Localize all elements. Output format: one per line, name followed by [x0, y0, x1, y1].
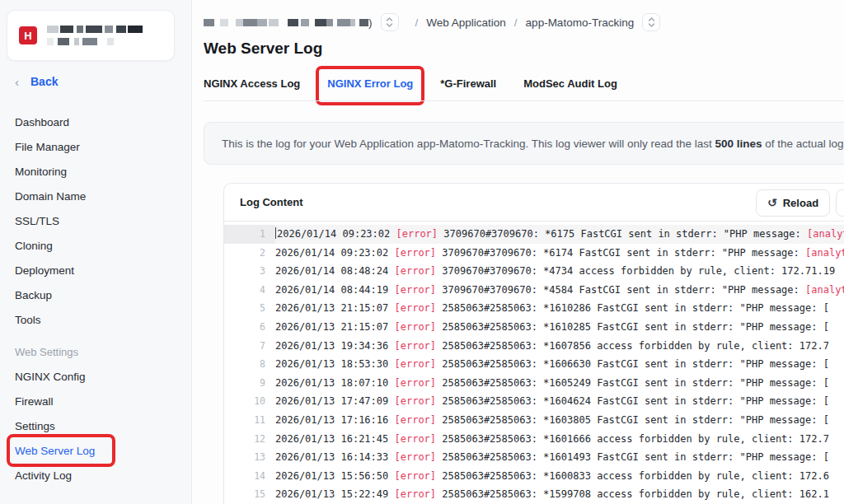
log-line[interactable]: 8 2026/01/13 18:53:30 [error] 2585063#25… — [224, 355, 844, 374]
line-number: 5 — [224, 299, 275, 318]
redacted-block — [315, 19, 326, 26]
line-text: 2026/01/13 17:47:09 [error] 2585063#2585… — [275, 392, 829, 411]
log-line[interactable]: 5 2026/01/13 21:15:07 [error] 2585063#25… — [224, 299, 844, 318]
log-line[interactable]: 4 2026/01/14 08:44:19 [error] 3709670#37… — [224, 281, 844, 300]
line-text: 2026/01/13 16:21:45 [error] 2585063#2585… — [275, 430, 829, 449]
redacted-block — [236, 19, 243, 26]
sidebar-item-tools[interactable]: Tools — [15, 307, 180, 332]
text-caret — [275, 227, 276, 239]
log-line[interactable]: 7 2026/01/13 19:34:36 [error] 2585063#25… — [224, 337, 844, 356]
line-number: 7 — [224, 337, 275, 356]
redacted-text-row — [47, 38, 143, 45]
line-text: 2026/01/14 09:23:02 [error] 3709670#3709… — [275, 225, 844, 244]
line-text: 2026/01/14 09:23:02 [error] 3709670#3709… — [275, 244, 844, 263]
line-number: 13 — [224, 448, 275, 467]
line-text: 2026/01/14 08:48:24 [error] 3709670#3709… — [275, 262, 835, 281]
sidebar-item-file-manager[interactable]: File Manager — [15, 134, 180, 159]
redacted-block — [301, 19, 309, 26]
info-banner-text: This is the log for your Web Application… — [222, 138, 844, 150]
log-line[interactable]: 2 2026/01/14 09:23:02 [error] 3709670#37… — [224, 244, 844, 263]
sidebar-item-dashboard[interactable]: Dashboard — [15, 110, 180, 134]
line-number: 6 — [224, 318, 275, 337]
tab-bar-divider — [204, 100, 844, 101]
reload-icon: ↺ — [767, 197, 777, 208]
site-logo-card[interactable]: H — [7, 10, 175, 61]
sidebar-item-firewall[interactable]: Firewall — [15, 389, 180, 413]
line-number: 4 — [224, 281, 275, 300]
redacted-block — [204, 19, 214, 26]
redacted-block — [47, 26, 59, 33]
line-text: 2026/01/13 15:56:50 [error] 2585063#2585… — [275, 467, 829, 486]
sidebar-item-settings[interactable]: Settings — [15, 413, 180, 438]
back-link[interactable]: ‹ Back — [15, 75, 58, 88]
sidebar-item-web-server-log[interactable]: Web Server Log — [15, 438, 180, 463]
line-text: 2026/01/14 08:44:19 [error] 3709670#3709… — [275, 281, 844, 300]
sidebar-item-domain-name[interactable]: Domain Name — [15, 184, 180, 208]
line-text: 2026/01/13 15:22:49 [error] 2585063#2585… — [275, 485, 829, 504]
redacted-block — [58, 38, 69, 45]
redacted-block — [269, 19, 279, 26]
redacted-block — [107, 38, 114, 45]
log-line[interactable]: 3 2026/01/14 08:48:24 [error] 3709670#37… — [224, 262, 844, 281]
log-content-title: Log Content — [240, 196, 303, 208]
sidebar-item-monitoring[interactable]: Monitoring — [15, 159, 180, 184]
redacted-block — [359, 19, 368, 26]
redacted-block — [77, 26, 83, 33]
log-line[interactable]: 12 2026/01/13 16:21:45 [error] 2585063#2… — [224, 430, 844, 449]
info-banner: This is the log for your Web Application… — [204, 122, 844, 165]
sidebar-item-cloning[interactable]: Cloning — [15, 233, 180, 258]
line-number: 15 — [224, 485, 275, 504]
log-line[interactable]: 14 2026/01/13 15:56:50 [error] 2585063#2… — [224, 467, 844, 486]
log-line[interactable]: 9 2026/01/13 18:07:10 [error] 2585063#25… — [224, 374, 844, 393]
line-number: 9 — [224, 374, 275, 393]
breadcrumb-web-application[interactable]: Web Application — [426, 16, 506, 29]
breadcrumb-app-name[interactable]: app-Matomo-Tracking — [526, 16, 635, 29]
app-window: H ‹ Back DashboardFile ManagerMonitoring… — [0, 0, 844, 504]
selector-stepper-icon[interactable] — [642, 13, 660, 31]
breadcrumb-separator: / — [415, 16, 419, 29]
line-text: 2026/01/13 21:15:07 [error] 2585063#2585… — [275, 318, 829, 337]
redacted-block — [105, 26, 113, 33]
selector-stepper-icon[interactable] — [381, 13, 399, 31]
redacted-block — [326, 19, 333, 26]
redacted-block — [257, 19, 267, 26]
redacted-breadcrumb-text — [204, 19, 368, 26]
sidebar-item-deployment[interactable]: Deployment — [15, 258, 180, 282]
log-line[interactable]: 1 2026/01/14 09:23:02 [error] 3709670#37… — [224, 225, 844, 244]
redacted-block — [243, 19, 257, 26]
red-annotation-box — [316, 66, 424, 105]
sidebar-item-activity-log[interactable]: Activity Log — [15, 463, 180, 488]
sidebar-item-backup[interactable]: Backup — [15, 282, 180, 307]
log-line[interactable]: 10 2026/01/13 17:47:09 [error] 2585063#2… — [224, 392, 844, 411]
redacted-text-row — [47, 26, 143, 33]
line-text: 2026/01/13 19:34:36 [error] 2585063#2585… — [275, 337, 829, 356]
tab-bar: NGINX Access LogNGINX Error Log*G-Firewa… — [204, 76, 617, 91]
breadcrumb-separator: / — [514, 16, 518, 29]
line-number: 14 — [224, 467, 275, 486]
log-line[interactable]: 13 2026/01/13 16:14:33 [error] 2585063#2… — [224, 448, 844, 467]
log-line[interactable]: 15 2026/01/13 15:22:49 [error] 2585063#2… — [224, 485, 844, 504]
tab-modsec-audit-log[interactable]: ModSec Audit Log — [523, 76, 617, 91]
redacted-block — [288, 19, 298, 26]
secondary-button-clipped[interactable] — [836, 189, 844, 217]
redacted-block — [74, 38, 79, 45]
reload-button[interactable]: ↺ Reload — [756, 189, 830, 217]
sidebar-section-web-settings: Web Settings — [15, 339, 180, 364]
tab-nginx-error-log[interactable]: NGINX Error Log — [327, 76, 413, 91]
log-viewer[interactable]: 1 2026/01/14 09:23:02 [error] 3709670#37… — [224, 222, 844, 504]
red-annotation-box — [7, 434, 115, 467]
log-line[interactable]: 11 2026/01/13 17:16:16 [error] 2585063#2… — [224, 411, 844, 430]
line-number: 12 — [224, 430, 275, 449]
sidebar-item-nginx-config[interactable]: NGINX Config — [15, 364, 180, 389]
redacted-block — [86, 26, 102, 33]
line-number: 10 — [224, 392, 275, 411]
redacted-block — [82, 38, 97, 45]
log-content-card: Log Content ↺ Reload 1 2026/01/14 09:23:… — [223, 183, 844, 504]
sidebar-item-ssl-tls[interactable]: SSL/TLS — [15, 208, 180, 233]
breadcrumb-paren: ) — [368, 16, 373, 29]
log-line[interactable]: 6 2026/01/13 21:15:07 [error] 2585063#25… — [224, 318, 844, 337]
redacted-site-name — [47, 26, 143, 45]
tab--g-firewall[interactable]: *G-Firewall — [440, 76, 496, 91]
line-text: 2026/01/13 16:14:33 [error] 2585063#2585… — [275, 448, 829, 467]
tab-nginx-access-log[interactable]: NGINX Access Log — [204, 76, 300, 91]
